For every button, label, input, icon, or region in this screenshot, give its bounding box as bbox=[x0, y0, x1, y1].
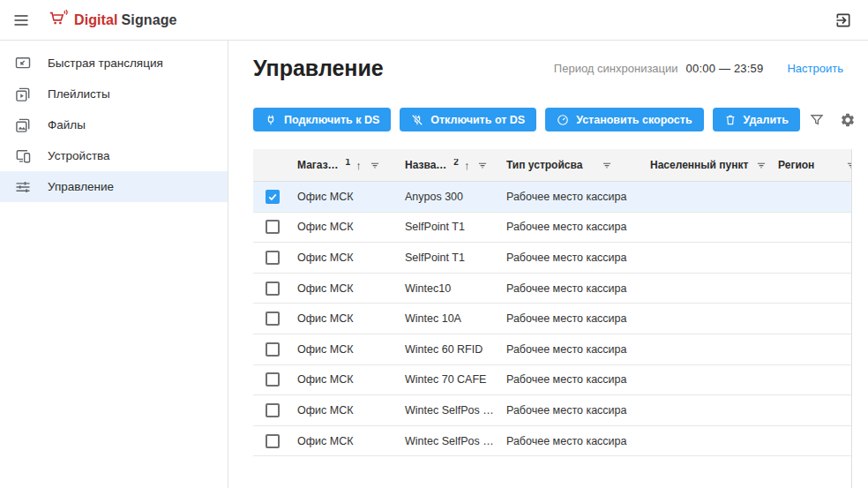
row-checkbox[interactable] bbox=[266, 372, 280, 387]
table-row[interactable]: Офис МСКAnypos 300Рабочее место кассира bbox=[253, 182, 852, 213]
files-icon bbox=[14, 116, 32, 134]
sidebar-item-playlists[interactable]: Плейлисты bbox=[0, 79, 228, 109]
speed-gauge-icon bbox=[557, 114, 569, 126]
table-body: Офис МСКAnypos 300Рабочее место кассираО… bbox=[253, 182, 851, 456]
store-cell: Офис МСК bbox=[296, 343, 403, 356]
column-city[interactable]: Населенный пункт bbox=[648, 159, 776, 171]
table-row[interactable]: Офис МСКWintec SelfPos …Рабочее место ка… bbox=[253, 395, 852, 426]
device-type-cell: Рабочее место кассира bbox=[505, 343, 648, 356]
store-cell: Офис МСК bbox=[296, 404, 403, 417]
brand-word-signage: Signage bbox=[122, 12, 177, 27]
store-cell: Офис МСК bbox=[296, 373, 403, 386]
cart-logo-icon bbox=[48, 9, 69, 32]
broadcast-icon bbox=[14, 55, 32, 72]
table-row[interactable]: Офис МСКSelfPoint T1Рабочее место кассир… bbox=[253, 243, 852, 274]
sync-period-label: Период синхронизации bbox=[554, 62, 678, 75]
device-name-cell: Wintec10 bbox=[403, 282, 505, 295]
sidebar-item-devices[interactable]: Устройства bbox=[0, 140, 228, 171]
device-type-cell: Рабочее место кассира bbox=[505, 191, 648, 203]
column-filter-icon[interactable] bbox=[369, 159, 381, 171]
row-checkbox[interactable] bbox=[266, 403, 280, 417]
main-content: Управление Период синхронизации 00:00 — … bbox=[228, 41, 868, 488]
device-name-cell: SelfPoint T1 bbox=[403, 221, 505, 233]
row-checkbox[interactable] bbox=[266, 220, 280, 234]
sidebar: Быстрая трансляция Плейлисты Файлы bbox=[0, 41, 228, 488]
sort-priority-badge: 1 bbox=[346, 159, 351, 167]
delete-button[interactable]: Удалить bbox=[713, 108, 800, 131]
device-type-cell: Рабочее место кассира bbox=[505, 282, 648, 295]
row-checkbox[interactable] bbox=[266, 434, 280, 448]
sidebar-item-label: Плейлисты bbox=[48, 87, 110, 101]
device-type-cell: Рабочее место кассира bbox=[505, 221, 648, 233]
sort-priority-badge: 2 bbox=[453, 159, 459, 167]
disconnect-from-ds-button[interactable]: Отключить от DS bbox=[400, 108, 536, 131]
filter-icon[interactable] bbox=[809, 112, 825, 128]
plug-off-icon bbox=[411, 114, 423, 126]
menu-icon[interactable] bbox=[12, 11, 30, 29]
page-title: Управление bbox=[253, 56, 384, 81]
store-cell: Офис МСК bbox=[296, 191, 403, 203]
sync-period: Период синхронизации 00:00 — 23:59 Настр… bbox=[554, 62, 843, 75]
column-region[interactable]: Регион bbox=[776, 159, 852, 171]
playlists-icon bbox=[14, 86, 32, 103]
connect-to-ds-button[interactable]: Подключить к DS bbox=[253, 108, 391, 131]
sync-period-value: 00:00 — 23:59 bbox=[686, 62, 764, 75]
configure-link[interactable]: Настроить bbox=[787, 62, 843, 75]
device-type-cell: Рабочее место кассира bbox=[505, 404, 648, 417]
column-filter-icon[interactable] bbox=[476, 159, 489, 171]
row-checkbox[interactable] bbox=[266, 190, 280, 204]
topbar: DigitalSignage bbox=[0, 0, 868, 41]
sidebar-item-label: Быстрая трансляция bbox=[48, 56, 163, 70]
device-type-cell: Рабочее место кассира bbox=[505, 373, 648, 386]
table-row[interactable]: Офис МСКWintec SelfPos …Рабочее место ка… bbox=[253, 426, 852, 457]
table-row[interactable]: Офис МСКWintec 60 RFIDРабочее место касс… bbox=[253, 334, 852, 365]
device-name-cell: Wintec 60 RFID bbox=[403, 343, 505, 356]
sort-asc-icon[interactable]: ↑ bbox=[464, 159, 470, 172]
sidebar-item-management[interactable]: Управление bbox=[0, 171, 228, 202]
device-name-cell: Wintec 70 CAFE bbox=[403, 373, 505, 386]
sidebar-item-label: Файлы bbox=[48, 118, 86, 131]
table-row[interactable]: Офис МСКWintec 10AРабочее место кассира bbox=[253, 304, 852, 334]
trash-icon bbox=[724, 114, 737, 126]
plug-icon bbox=[265, 114, 277, 126]
row-checkbox[interactable] bbox=[266, 251, 280, 265]
sidebar-item-label: Управление bbox=[48, 180, 114, 193]
table-header: Магаз… 1 ↑ Назва… 2 ↑ Тип устройсв bbox=[253, 149, 852, 182]
devices-table: Магаз… 1 ↑ Назва… 2 ↑ Тип устройсв bbox=[253, 149, 852, 488]
column-filter-icon[interactable] bbox=[845, 159, 852, 171]
column-name[interactable]: Назва… 2 ↑ bbox=[403, 159, 505, 172]
management-icon bbox=[14, 178, 32, 196]
settings-gear-icon[interactable] bbox=[840, 112, 856, 128]
store-cell: Офис МСК bbox=[296, 312, 403, 325]
devices-icon bbox=[14, 147, 32, 165]
brand-logo: DigitalSignage bbox=[48, 9, 177, 32]
device-name-cell: Wintec 10A bbox=[403, 312, 505, 325]
row-checkbox[interactable] bbox=[266, 312, 280, 326]
logout-icon[interactable] bbox=[834, 11, 852, 29]
row-checkbox[interactable] bbox=[266, 282, 280, 296]
column-store[interactable]: Магаз… 1 ↑ bbox=[296, 159, 403, 172]
device-type-cell: Рабочее место кассира bbox=[505, 435, 648, 447]
column-device-type[interactable]: Тип устройсва bbox=[505, 159, 648, 171]
device-name-cell: SelfPoint T1 bbox=[403, 252, 505, 264]
device-type-cell: Рабочее место кассира bbox=[505, 312, 648, 325]
device-name-cell: Anypos 300 bbox=[403, 191, 505, 203]
sidebar-item-quick-broadcast[interactable]: Быстрая трансляция bbox=[0, 48, 228, 79]
store-cell: Офис МСК bbox=[296, 435, 403, 447]
device-name-cell: Wintec SelfPos … bbox=[403, 435, 505, 447]
brand-word-digital: Digital bbox=[74, 12, 118, 27]
table-row[interactable]: Офис МСКSelfPoint T1Рабочее место кассир… bbox=[253, 213, 852, 244]
table-row[interactable]: Офис МСКWintec10Рабочее место кассира bbox=[253, 274, 852, 304]
column-filter-icon[interactable] bbox=[755, 159, 767, 171]
toolbar: Подключить к DS Отключить от DS Установи… bbox=[253, 108, 868, 131]
sort-asc-icon[interactable]: ↑ bbox=[355, 159, 362, 172]
sidebar-item-files[interactable]: Файлы bbox=[0, 109, 228, 140]
device-name-cell: Wintec SelfPos … bbox=[403, 404, 505, 417]
store-cell: Офис МСК bbox=[296, 282, 403, 295]
device-type-cell: Рабочее место кассира bbox=[505, 252, 648, 264]
table-row[interactable]: Офис МСКWintec 70 CAFEРабочее место касс… bbox=[253, 365, 852, 396]
store-cell: Офис МСК bbox=[296, 252, 403, 264]
row-checkbox[interactable] bbox=[266, 342, 280, 357]
set-speed-button[interactable]: Установить скорость bbox=[545, 108, 703, 131]
column-filter-icon[interactable] bbox=[601, 159, 613, 171]
